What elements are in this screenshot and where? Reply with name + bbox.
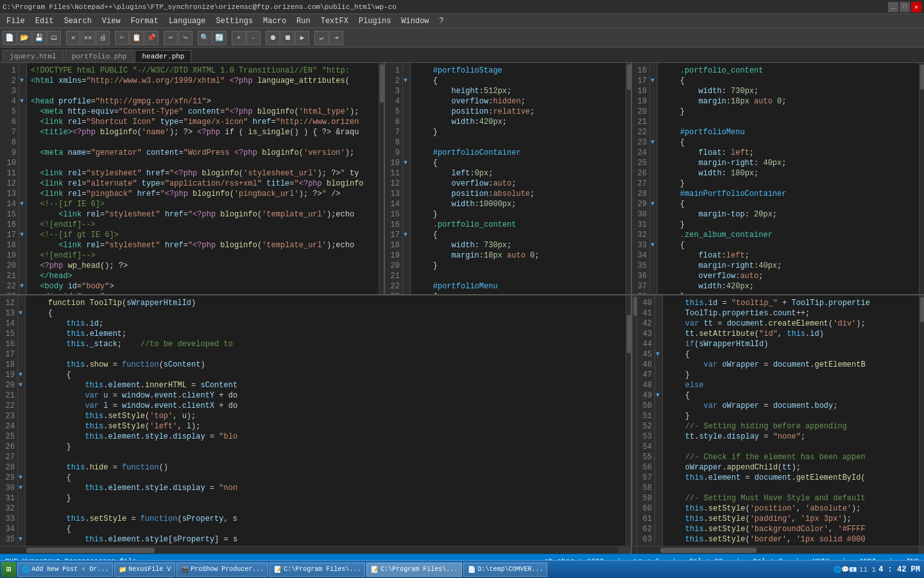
title-bar: C:\Program Files\Notepad++\plugins\FTP_s… — [0, 0, 924, 14]
bottom-hscrollbar-row — [0, 546, 924, 554]
toolbar-close[interactable]: ✕ — [66, 31, 80, 45]
bottom-right-panel[interactable]: 4041424344454647484950515253545556575859… — [637, 295, 924, 546]
toolbar-group-edit: ✕ ✕✕ 🖨 — [66, 31, 110, 45]
taskbar-item-3[interactable]: 📝 C:\Program Files\... — [270, 563, 365, 577]
toolbar-replace[interactable]: 🔄 — [212, 31, 227, 45]
center-scrollbar[interactable] — [626, 63, 631, 294]
bottom-left-panel[interactable]: 1213141516171819202122232425262728293031… — [0, 295, 632, 546]
bottom-left-code[interactable]: function ToolTip(sWrapperHtmlId) { this.… — [26, 295, 626, 546]
tab-bar: jquery.html portfolio.php header.php — [0, 48, 924, 63]
toolbar-group-undo: ↩ ↪ — [164, 31, 193, 45]
menu-help[interactable]: ? — [436, 15, 448, 27]
toolbar-cut[interactable]: ✂ — [115, 31, 129, 45]
right-code[interactable]: .portfolio_content { width: 730px; margi… — [658, 63, 919, 294]
right-editor-panel[interactable]: 1617181920212223242526272829303132333435… — [632, 63, 924, 294]
toolbar-group-file: 📄 📂 💾 🗂 — [3, 31, 61, 45]
toolbar-macro-stop[interactable]: ⏹ — [280, 31, 295, 45]
toolbar-macro-rec[interactable]: ⏺ — [266, 31, 280, 45]
bottom-editor-row: 1213141516171819202122232425262728293031… — [0, 295, 924, 546]
toolbar-group-misc: ⏺ ⏹ ▶ — [266, 31, 309, 45]
toolbar-indent[interactable]: ⇥ — [329, 31, 343, 45]
toolbar-zoom-in[interactable]: + — [232, 31, 246, 45]
bottom-right-line-numbers: 4041424344454647484950515253545556575859… — [637, 295, 655, 546]
menu-format[interactable]: Format — [127, 15, 162, 27]
left-fold-indicators: ▼ ▼ ▼ ▼ ▼▼ ▼▼ — [19, 63, 27, 294]
toolbar-wordwrap[interactable]: ↵ — [314, 31, 329, 45]
left-scrollbar[interactable] — [379, 63, 384, 294]
taskbar-item-2[interactable]: 🎬 ProShow Producer... — [176, 563, 268, 577]
toolbar-group-view: ↵ ⇥ — [314, 31, 343, 45]
taskbar-item-0[interactable]: 🌐 Add New Post ‹ Or... — [17, 563, 113, 577]
left-editor-panel[interactable]: 1234567891011121314151617181920212223242… — [0, 63, 385, 294]
toolbar-open[interactable]: 📂 — [17, 31, 31, 45]
tab-header[interactable]: header.php — [135, 50, 191, 62]
menu-edit[interactable]: Edit — [31, 15, 58, 27]
tab-jquery[interactable]: jquery.html — [3, 50, 64, 62]
toolbar-save-all[interactable]: 🗂 — [47, 31, 61, 45]
bottom-right-vscrollbar[interactable] — [919, 295, 924, 546]
toolbar-group-zoom: + - — [232, 31, 261, 45]
bottom-left-fold-indicators: ▼ ▼▼ ▼▼ ▼▼ — [18, 295, 26, 546]
right-line-numbers: 1617181920212223242526272829303132333435… — [632, 63, 650, 294]
menu-textfx[interactable]: TextFX — [317, 15, 352, 27]
taskbar-right: 🌐💬📧 11 1 4 : 42 PM — [834, 565, 923, 574]
menu-bar: File Edit Search View Format Language Se… — [0, 14, 924, 28]
toolbar-new[interactable]: 📄 — [3, 31, 17, 45]
taskbar-item-5[interactable]: 📄 D:\temp\COMVER... — [463, 563, 547, 577]
taskbar-item-4[interactable]: 📝 C:\Program Files\... — [366, 563, 462, 577]
menu-settings[interactable]: Settings — [212, 15, 257, 27]
toolbar-save[interactable]: 💾 — [32, 31, 46, 45]
menu-plugins[interactable]: Plugins — [355, 15, 395, 27]
center-line-numbers: 1234567891011121314151617181920212223242… — [385, 63, 403, 294]
title-bar-controls: _ □ ✕ — [888, 2, 921, 12]
toolbar-redo[interactable]: ↪ — [178, 31, 193, 45]
bottom-right-fold-indicators: ▼ ▼ — [655, 295, 663, 546]
menu-view[interactable]: View — [98, 15, 124, 27]
close-button[interactable]: ✕ — [911, 2, 921, 12]
toolbar-undo[interactable]: ↩ — [164, 31, 178, 45]
bottom-left-vscrollbar[interactable] — [626, 295, 631, 546]
toolbar-close-all[interactable]: ✕✕ — [81, 31, 95, 45]
taskbar: ⊞ 🌐 Add New Post ‹ Or... 📁 NexusFile V 🎬… — [0, 560, 924, 578]
bottom-right-code[interactable]: this.id = "tooltip_" + ToolTip.propertie… — [663, 295, 919, 546]
center-fold-indicators: ▼ ▼ ▼ ▼ — [403, 63, 411, 294]
toolbar-macro-play[interactable]: ▶ — [295, 31, 309, 45]
right-fold-indicators: ▼ ▼ ▼ ▼ ▼ — [650, 63, 658, 294]
left-line-numbers: 1234567891011121314151617181920212223242… — [0, 63, 19, 294]
bottom-split-scrollbar[interactable] — [632, 295, 637, 546]
menu-run[interactable]: Run — [293, 15, 314, 27]
taskbar-start-button[interactable]: ⊞ — [1, 562, 16, 577]
toolbar: 📄 📂 💾 🗂 ✕ ✕✕ 🖨 ✂ 📋 📌 ↩ ↪ 🔍 🔄 + - ⏺ ⏹ ▶ ↵… — [0, 28, 924, 48]
bottom-right-hscrollbar[interactable] — [660, 548, 757, 553]
title-text: C:\Program Files\Notepad++\plugins\FTP_s… — [3, 3, 397, 11]
menu-window[interactable]: Window — [397, 15, 432, 27]
minimize-button[interactable]: _ — [888, 2, 898, 12]
bottom-left-hscrollbar[interactable] — [26, 548, 155, 553]
toolbar-find[interactable]: 🔍 — [198, 31, 212, 45]
tab-portfolio[interactable]: portfolio.php — [65, 50, 134, 62]
right-scrollbar[interactable] — [919, 63, 924, 294]
left-code[interactable]: <!DOCTYPE html PUBLIC "-//W3C//DTD XHTML… — [27, 63, 379, 294]
menu-search[interactable]: Search — [60, 15, 96, 27]
menu-macro[interactable]: Macro — [259, 15, 290, 27]
bottom-left-line-numbers: 1213141516171819202122232425262728293031… — [0, 295, 18, 546]
center-editor-panel[interactable]: 1234567891011121314151617181920212223242… — [385, 63, 632, 294]
toolbar-zoom-out[interactable]: - — [246, 31, 261, 45]
toolbar-paste[interactable]: 📌 — [144, 31, 158, 45]
toolbar-print[interactable]: 🖨 — [96, 31, 110, 45]
toolbar-group-clipboard: ✂ 📋 📌 — [115, 31, 158, 45]
menu-language[interactable]: Language — [165, 15, 210, 27]
toolbar-group-search: 🔍 🔄 — [198, 31, 227, 45]
menu-file[interactable]: File — [3, 15, 29, 27]
taskbar-item-1[interactable]: 📁 NexusFile V — [114, 563, 175, 577]
center-code[interactable]: #portfolioStage { height:512px; overflow… — [411, 63, 626, 294]
restore-button[interactable]: □ — [900, 2, 910, 12]
toolbar-copy[interactable]: 📋 — [130, 31, 144, 45]
